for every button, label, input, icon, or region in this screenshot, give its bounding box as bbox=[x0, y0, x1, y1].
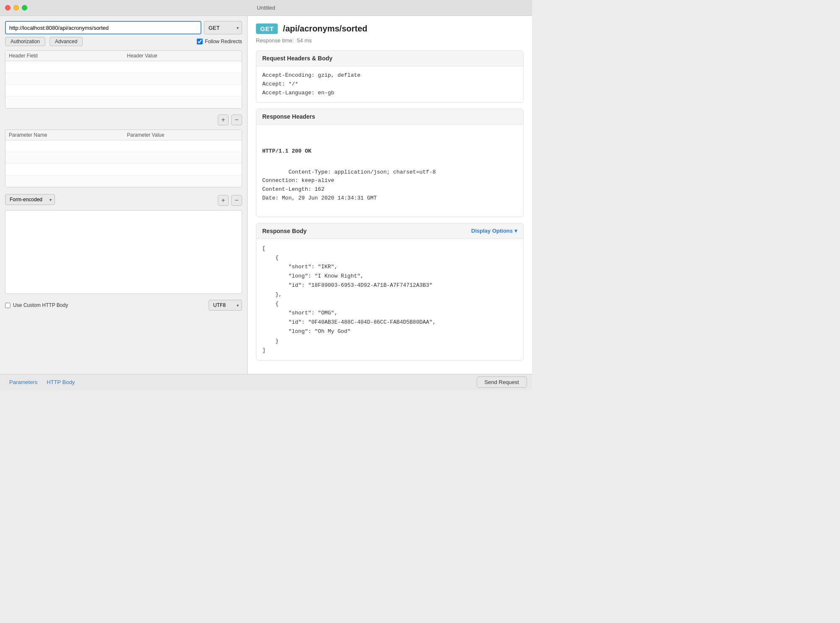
traffic-lights bbox=[5, 5, 27, 10]
custom-body-label: Use Custom HTTP Body bbox=[5, 302, 68, 308]
params-table-actions: + − bbox=[218, 195, 242, 206]
header-value-col: Header Value bbox=[124, 51, 242, 61]
response-headers-card: Response Headers HTTP/1.1 200 OK Content… bbox=[256, 109, 524, 217]
authorization-tab[interactable]: Authorization bbox=[5, 37, 45, 46]
http-status: HTTP/1.1 200 OK bbox=[262, 147, 517, 156]
advanced-tab[interactable]: Advanced bbox=[50, 37, 83, 46]
minimize-button[interactable] bbox=[13, 5, 19, 10]
url-input[interactable] bbox=[5, 21, 201, 34]
headers-table: Header Field Header Value bbox=[5, 50, 242, 109]
method-select-wrapper: GET POST PUT DELETE PATCH ▾ bbox=[204, 21, 242, 34]
param-name-input[interactable] bbox=[5, 164, 124, 175]
response-body-header: Response Body Display Options ▾ bbox=[256, 223, 523, 239]
response-time: Response time: 54 ms bbox=[256, 37, 524, 44]
param-value-col: Parameter Value bbox=[124, 130, 242, 140]
response-title-row: GET /api/acronyms/sorted bbox=[256, 23, 524, 34]
param-value-input[interactable] bbox=[124, 164, 242, 175]
request-headers-card: Request Headers & Body Accept-Encoding: … bbox=[256, 50, 524, 103]
custom-body-row: Use Custom HTTP Body UTF8 UTF16 ASCII ▾ bbox=[5, 300, 242, 311]
utf-select-wrapper: UTF8 UTF16 ASCII ▾ bbox=[209, 300, 242, 311]
response-body-json: [ { "short": "IKR", "long": "I Know Righ… bbox=[256, 239, 523, 360]
main-layout: GET POST PUT DELETE PATCH ▾ Authorizatio… bbox=[0, 16, 532, 374]
body-section bbox=[5, 210, 242, 294]
header-field-col: Header Field bbox=[5, 51, 124, 61]
display-options-chevron-icon: ▾ bbox=[514, 228, 517, 234]
follow-redirects-text: Follow Redirects bbox=[205, 39, 242, 44]
send-request-button[interactable]: Send Request bbox=[477, 376, 527, 388]
encoding-select-wrapper: Form-encoded JSON XML Raw ▾ bbox=[5, 194, 55, 205]
header-table-actions: + − bbox=[5, 114, 242, 125]
tab-parameters[interactable]: Parameters bbox=[5, 377, 42, 387]
param-name-input[interactable] bbox=[5, 152, 124, 164]
bottom-tabs: Parameters HTTP Body Send Request bbox=[0, 374, 532, 390]
table-row bbox=[5, 164, 242, 175]
follow-redirects-checkbox[interactable] bbox=[197, 39, 203, 44]
remove-header-button[interactable]: − bbox=[231, 114, 242, 125]
param-name-col: Parameter Name bbox=[5, 130, 124, 140]
url-row: GET POST PUT DELETE PATCH ▾ bbox=[5, 21, 242, 34]
method-select[interactable]: GET POST PUT DELETE PATCH bbox=[204, 21, 242, 34]
request-headers-title: Request Headers & Body bbox=[256, 51, 523, 66]
header-field-input[interactable] bbox=[5, 96, 124, 108]
header-field-input[interactable] bbox=[5, 61, 124, 73]
response-headers-title: Response Headers bbox=[256, 109, 523, 125]
header-field-input[interactable] bbox=[5, 85, 124, 96]
add-header-button[interactable]: + bbox=[218, 114, 229, 125]
custom-body-checkbox[interactable] bbox=[5, 303, 10, 308]
maximize-button[interactable] bbox=[22, 5, 27, 10]
param-value-input[interactable] bbox=[124, 140, 242, 152]
table-row bbox=[5, 85, 242, 96]
follow-redirects-label: Follow Redirects bbox=[197, 39, 242, 44]
header-value-input[interactable] bbox=[124, 61, 242, 73]
param-name-input[interactable] bbox=[5, 140, 124, 152]
close-button[interactable] bbox=[5, 5, 10, 10]
response-body-title: Response Body bbox=[262, 228, 307, 234]
table-row bbox=[5, 61, 242, 73]
param-name-input[interactable] bbox=[5, 176, 124, 187]
table-row bbox=[5, 175, 242, 187]
header-value-input[interactable] bbox=[124, 73, 242, 84]
titlebar: Untitled bbox=[0, 0, 532, 16]
response-headers-content: Content-Type: application/json; charset=… bbox=[262, 169, 436, 201]
response-body-card: Response Body Display Options ▾ [ { "sho… bbox=[256, 223, 524, 361]
param-value-input[interactable] bbox=[124, 176, 242, 187]
display-options-button[interactable]: Display Options ▾ bbox=[471, 228, 517, 234]
get-badge: GET bbox=[256, 23, 278, 34]
custom-body-text: Use Custom HTTP Body bbox=[13, 302, 68, 308]
encoding-select[interactable]: Form-encoded JSON XML Raw bbox=[5, 194, 55, 205]
header-value-input[interactable] bbox=[124, 85, 242, 96]
window-title: Untitled bbox=[257, 5, 275, 11]
tab-http-body[interactable]: HTTP Body bbox=[42, 377, 79, 387]
response-time-value: 54 ms bbox=[297, 37, 312, 44]
table-row bbox=[5, 73, 242, 85]
options-row: Authorization Advanced Follow Redirects bbox=[5, 37, 242, 46]
header-field-input[interactable] bbox=[5, 73, 124, 84]
display-options-label: Display Options bbox=[471, 228, 513, 234]
response-time-label: Response time: bbox=[256, 37, 294, 44]
add-param-button[interactable]: + bbox=[218, 195, 229, 206]
left-panel: GET POST PUT DELETE PATCH ▾ Authorizatio… bbox=[0, 16, 248, 374]
param-value-input[interactable] bbox=[124, 152, 242, 164]
endpoint-path: /api/acronyms/sorted bbox=[283, 24, 367, 34]
table-row bbox=[5, 140, 242, 152]
body-textarea[interactable] bbox=[5, 210, 242, 293]
right-panel: GET /api/acronyms/sorted Response time: … bbox=[248, 16, 532, 374]
params-table: Parameter Name Parameter Value bbox=[5, 130, 242, 188]
response-headers-body: HTTP/1.1 200 OK Content-Type: applicatio… bbox=[256, 125, 523, 216]
table-row bbox=[5, 96, 242, 108]
request-headers-body: Accept-Encoding: gzip, deflate Accept: *… bbox=[256, 66, 523, 102]
remove-param-button[interactable]: − bbox=[231, 195, 242, 206]
header-value-input[interactable] bbox=[124, 96, 242, 108]
encoding-row: Form-encoded JSON XML Raw ▾ + − bbox=[5, 193, 242, 206]
table-row bbox=[5, 152, 242, 164]
utf-encoding-select[interactable]: UTF8 UTF16 ASCII bbox=[209, 300, 242, 311]
